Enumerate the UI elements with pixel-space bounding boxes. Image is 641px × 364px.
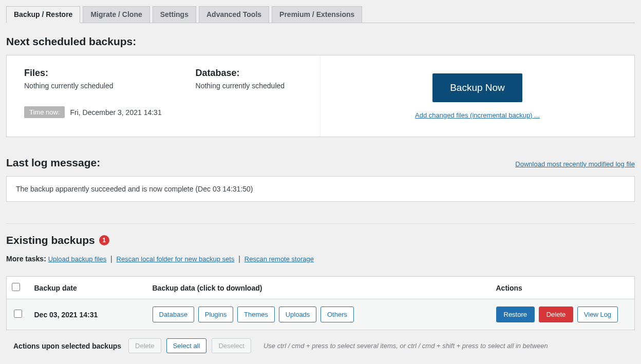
schedule-left: Files: Nothing currently scheduled Datab… bbox=[7, 55, 320, 137]
view-log-button[interactable]: View Log bbox=[577, 306, 618, 322]
schedule-right: Backup Now Add changed files (incrementa… bbox=[320, 55, 634, 137]
schedule-files-status: Nothing currently scheduled bbox=[24, 82, 114, 90]
download-uploads-button[interactable]: Uploads bbox=[279, 306, 317, 322]
download-plugins-button[interactable]: Plugins bbox=[198, 306, 234, 322]
log-message: The backup apparently succeeded and is n… bbox=[6, 176, 635, 202]
rescan-remote-link[interactable]: Rescan remote storage bbox=[244, 255, 314, 263]
bulk-deselect-button[interactable]: Deselect bbox=[212, 338, 251, 353]
backup-date: Dec 03, 2021 14:31 bbox=[34, 311, 98, 319]
tab-migrate-clone[interactable]: Migrate / Clone bbox=[83, 6, 149, 23]
upload-backup-link[interactable]: Upload backup files bbox=[48, 255, 106, 263]
tab-advanced-tools[interactable]: Advanced Tools bbox=[199, 6, 269, 23]
download-themes-button[interactable]: Themes bbox=[237, 306, 275, 322]
next-scheduled-heading: Next scheduled backups: bbox=[6, 35, 635, 48]
rescan-local-link[interactable]: Rescan local folder for new backup sets bbox=[117, 255, 235, 263]
bulk-actions-bar: Actions upon selected backups Delete Sel… bbox=[6, 330, 635, 353]
schedule-files-title: Files: bbox=[24, 68, 114, 79]
tab-backup-restore[interactable]: Backup / Restore bbox=[6, 6, 80, 23]
download-log-link[interactable]: Download most recently modified log file bbox=[515, 160, 635, 168]
separator: | bbox=[238, 255, 240, 263]
delete-button[interactable]: Delete bbox=[539, 306, 574, 322]
tab-premium-extensions[interactable]: Premium / Extensions bbox=[272, 6, 362, 23]
backups-table: Backup date Backup data (click to downlo… bbox=[6, 276, 635, 330]
existing-backups-heading: Existing backups bbox=[6, 234, 95, 246]
tab-settings[interactable]: Settings bbox=[153, 6, 196, 23]
separator: | bbox=[110, 255, 112, 263]
bulk-select-all-button[interactable]: Select all bbox=[166, 338, 207, 353]
schedule-database-status: Nothing currently scheduled bbox=[196, 82, 285, 90]
existing-count-badge: 1 bbox=[99, 235, 109, 245]
col-header-actions: Actions bbox=[491, 277, 635, 299]
bulk-actions-label: Actions upon selected backups bbox=[13, 342, 121, 350]
select-all-checkbox[interactable] bbox=[12, 283, 20, 291]
restore-button[interactable]: Restore bbox=[496, 306, 535, 322]
schedule-database-title: Database: bbox=[196, 68, 285, 79]
bulk-hint: Use ctrl / cmd + press to select several… bbox=[263, 342, 548, 350]
download-database-button[interactable]: Database bbox=[153, 306, 195, 322]
nav-tabs: Backup / Restore Migrate / Clone Setting… bbox=[6, 0, 635, 23]
more-tasks-label: More tasks: bbox=[6, 255, 46, 263]
last-log-heading: Last log message: bbox=[6, 157, 100, 169]
table-row: Dec 03, 2021 14:31 Database Plugins Them… bbox=[7, 299, 635, 330]
row-checkbox[interactable] bbox=[14, 310, 22, 318]
schedule-panel: Files: Nothing currently scheduled Datab… bbox=[6, 55, 635, 137]
incremental-backup-link[interactable]: Add changed files (incremental backup) .… bbox=[415, 111, 540, 119]
more-tasks: More tasks: Upload backup files | Rescan… bbox=[6, 255, 635, 263]
bulk-delete-button[interactable]: Delete bbox=[128, 338, 161, 353]
schedule-files: Files: Nothing currently scheduled bbox=[24, 68, 114, 90]
time-now-label: Time now: bbox=[24, 106, 65, 118]
divider bbox=[6, 223, 635, 224]
schedule-database: Database: Nothing currently scheduled bbox=[196, 68, 285, 90]
time-now-value: Fri, December 3, 2021 14:31 bbox=[70, 108, 161, 117]
backup-now-button[interactable]: Backup Now bbox=[432, 73, 522, 102]
download-others-button[interactable]: Others bbox=[320, 306, 354, 322]
col-header-date: Backup date bbox=[29, 277, 147, 299]
col-header-data: Backup data (click to download) bbox=[147, 277, 491, 299]
